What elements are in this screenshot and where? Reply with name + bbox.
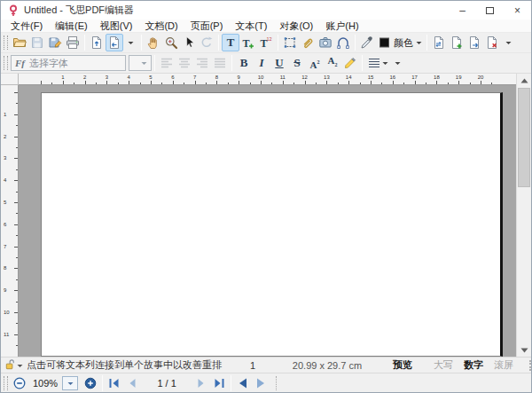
vertical-scrollbar[interactable]: [516, 74, 531, 357]
next-page-button[interactable]: [192, 374, 210, 392]
last-page-button[interactable]: [210, 374, 228, 392]
subscript-button[interactable]: A2: [324, 54, 341, 72]
add-text-button[interactable]: T: [239, 34, 257, 51]
align-justify-button[interactable]: [211, 54, 229, 72]
line-spacing-icon: [367, 56, 381, 70]
color-swatch-icon: [378, 35, 392, 50]
back-arrow-icon: [236, 376, 250, 390]
text-size-button[interactable]: T12: [257, 34, 275, 51]
page-tools-more-button[interactable]: [501, 34, 516, 51]
scroll-up-icon[interactable]: [517, 74, 531, 87]
document-area: 1234567891011121314151617181920 12345678…: [1, 74, 531, 357]
font-icon: Ff: [15, 58, 25, 68]
history-back-button[interactable]: [234, 374, 252, 392]
forward-arrow-icon: [254, 376, 268, 390]
document-page[interactable]: [41, 92, 503, 357]
scroll-down-icon[interactable]: [517, 343, 531, 357]
separator: [141, 35, 142, 51]
hand-icon: [146, 35, 160, 50]
zoom-out-button[interactable]: [11, 374, 28, 392]
format-more-button[interactable]: [390, 54, 405, 72]
save-button[interactable]: [28, 34, 46, 51]
menu-object[interactable]: 对象(O): [273, 20, 319, 33]
underline-button[interactable]: U: [270, 54, 288, 72]
eyedropper-button[interactable]: [358, 34, 376, 51]
menu-file[interactable]: 文件(F): [4, 20, 49, 33]
font-size-select[interactable]: [129, 55, 152, 71]
highlight-button[interactable]: [341, 54, 359, 72]
menu-page[interactable]: 页面(P): [184, 20, 230, 33]
path-tool-button[interactable]: [334, 34, 352, 51]
first-page-icon: [107, 376, 121, 390]
maximize-button[interactable]: [476, 1, 504, 20]
image-tool-button[interactable]: [317, 34, 334, 51]
save-as-button[interactable]: [46, 34, 64, 51]
bold-button[interactable]: B: [235, 54, 253, 72]
separator: [218, 35, 219, 51]
menu-document[interactable]: 文档(D): [138, 20, 184, 33]
separator: [355, 35, 356, 51]
line-spacing-button[interactable]: [365, 54, 390, 72]
maximize-icon: [486, 7, 494, 14]
print-button[interactable]: [64, 34, 82, 51]
font-select[interactable]: Ff选择字体: [11, 55, 126, 71]
crop-tool-button[interactable]: [281, 34, 299, 51]
history-forward-button[interactable]: [252, 374, 270, 392]
insert-page-button[interactable]: [448, 34, 466, 51]
align-right-button[interactable]: [193, 54, 211, 72]
menu-view[interactable]: 视图(V): [94, 20, 139, 33]
superscript-button[interactable]: A2: [306, 54, 324, 72]
align-justify-icon: [213, 56, 227, 70]
extract-page-button[interactable]: [466, 34, 483, 51]
window-title: Untitled - 飞思PDF编辑器: [24, 4, 134, 17]
open-button[interactable]: [11, 34, 28, 51]
previous-page-icon: [125, 376, 139, 390]
next-page-icon: [194, 376, 208, 390]
previous-page-button[interactable]: [123, 374, 141, 392]
page-replace-icon: [432, 35, 446, 50]
delete-page-button[interactable]: [483, 34, 501, 51]
close-button[interactable]: ×: [504, 1, 531, 20]
select-tool-button[interactable]: [180, 34, 198, 51]
scrollbar-thumb[interactable]: [518, 88, 530, 187]
page-indicator: 1 / 1: [141, 378, 192, 389]
color-button[interactable]: 颜色: [376, 34, 424, 51]
lock-button[interactable]: [4, 358, 23, 373]
zoom-level-select[interactable]: [62, 376, 78, 390]
menu-text[interactable]: 文本(T): [229, 20, 273, 33]
bold-icon: B: [237, 56, 251, 70]
strikethrough-icon: S: [290, 56, 304, 70]
first-page-button[interactable]: [106, 374, 123, 392]
zoom-in-icon: [83, 376, 98, 390]
align-left-icon: [160, 56, 174, 70]
svg-text:T: T: [242, 37, 249, 50]
page-delete-icon: [485, 35, 499, 50]
align-center-button[interactable]: [176, 54, 193, 72]
folder-open-icon: [12, 35, 27, 50]
strikethrough-button[interactable]: S: [288, 54, 306, 72]
crop-icon: [283, 35, 297, 50]
menu-account[interactable]: 账户(H): [319, 20, 364, 33]
highlight-icon: [343, 56, 357, 70]
menu-edit[interactable]: 编辑(E): [49, 20, 94, 33]
rotate-tool-button[interactable]: [198, 34, 215, 51]
app-window: Untitled - 飞思PDF编辑器 –× 文件(F)编辑(E)视图(V)文档…: [0, 0, 532, 393]
align-center-icon: [177, 56, 192, 70]
zoom-in-button[interactable]: [82, 374, 99, 392]
attach-tool-button[interactable]: [299, 34, 317, 51]
page-export-icon: [107, 35, 121, 50]
align-left-button[interactable]: [158, 54, 176, 72]
zoom-tool-button[interactable]: [162, 34, 180, 51]
import-pages-button[interactable]: [88, 34, 106, 51]
path-curve-icon: [336, 35, 350, 50]
hand-tool-button[interactable]: [145, 34, 162, 51]
zoom-level-value: 109%: [33, 378, 58, 389]
replace-pages-button[interactable]: [430, 34, 448, 51]
edit-text-button[interactable]: T: [222, 34, 239, 51]
italic-button[interactable]: I: [253, 54, 270, 72]
rotate-icon: [200, 35, 214, 50]
export-pages-button[interactable]: [106, 34, 123, 51]
add-text-icon: T: [241, 35, 255, 50]
pages-more-button[interactable]: [123, 34, 138, 51]
minimize-button[interactable]: –: [449, 1, 476, 20]
